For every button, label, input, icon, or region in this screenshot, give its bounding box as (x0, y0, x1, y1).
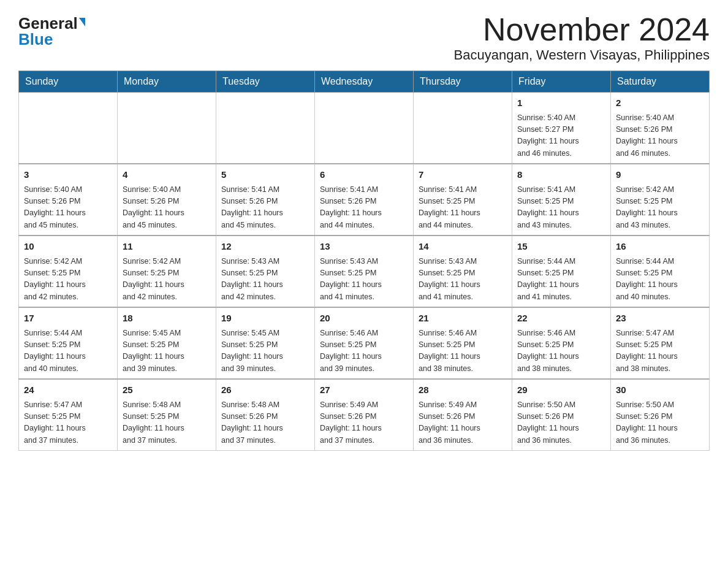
day-info: Sunrise: 5:46 AM Sunset: 5:25 PM Dayligh… (320, 327, 408, 375)
day-info: Sunrise: 5:41 AM Sunset: 5:26 PM Dayligh… (221, 184, 309, 232)
day-number: 5 (221, 168, 309, 182)
day-number: 19 (221, 312, 309, 326)
day-number: 23 (616, 312, 704, 326)
day-number: 17 (24, 312, 112, 326)
calendar-cell: 3Sunrise: 5:40 AM Sunset: 5:26 PM Daylig… (19, 164, 118, 236)
day-info: Sunrise: 5:46 AM Sunset: 5:25 PM Dayligh… (517, 327, 605, 375)
calendar-cell: 23Sunrise: 5:47 AM Sunset: 5:25 PM Dayli… (611, 307, 710, 379)
calendar-cell: 10Sunrise: 5:42 AM Sunset: 5:25 PM Dayli… (19, 236, 118, 307)
day-number: 4 (123, 168, 211, 182)
logo-general-text: General (18, 15, 78, 31)
day-info: Sunrise: 5:45 AM Sunset: 5:25 PM Dayligh… (221, 327, 309, 375)
day-info: Sunrise: 5:48 AM Sunset: 5:25 PM Dayligh… (123, 399, 211, 447)
calendar-cell: 24Sunrise: 5:47 AM Sunset: 5:25 PM Dayli… (19, 379, 118, 451)
calendar-week-row: 17Sunrise: 5:44 AM Sunset: 5:25 PM Dayli… (19, 307, 710, 379)
day-header-sunday: Sunday (19, 71, 118, 93)
day-number: 15 (517, 240, 605, 254)
calendar-cell: 18Sunrise: 5:45 AM Sunset: 5:25 PM Dayli… (118, 307, 216, 379)
day-number: 11 (123, 240, 211, 254)
day-info: Sunrise: 5:43 AM Sunset: 5:25 PM Dayligh… (419, 256, 507, 304)
calendar-cell: 21Sunrise: 5:46 AM Sunset: 5:25 PM Dayli… (414, 307, 512, 379)
calendar-cell: 2Sunrise: 5:40 AM Sunset: 5:26 PM Daylig… (611, 93, 710, 164)
day-info: Sunrise: 5:49 AM Sunset: 5:26 PM Dayligh… (320, 399, 408, 447)
day-info: Sunrise: 5:49 AM Sunset: 5:26 PM Dayligh… (419, 399, 507, 447)
calendar-week-row: 24Sunrise: 5:47 AM Sunset: 5:25 PM Dayli… (19, 379, 710, 451)
day-number: 6 (320, 168, 408, 182)
calendar-cell: 4Sunrise: 5:40 AM Sunset: 5:26 PM Daylig… (118, 164, 216, 236)
day-number: 25 (123, 383, 211, 397)
calendar-cell: 1Sunrise: 5:40 AM Sunset: 5:27 PM Daylig… (512, 93, 611, 164)
month-title: November 2024 (454, 12, 710, 47)
calendar-cell: 5Sunrise: 5:41 AM Sunset: 5:26 PM Daylig… (216, 164, 315, 236)
calendar-cell: 20Sunrise: 5:46 AM Sunset: 5:25 PM Dayli… (315, 307, 414, 379)
day-number: 28 (419, 383, 507, 397)
title-block: November 2024 Bacuyangan, Western Visaya… (454, 12, 710, 63)
day-info: Sunrise: 5:40 AM Sunset: 5:26 PM Dayligh… (24, 184, 112, 232)
logo-blue-text: Blue (18, 31, 53, 47)
location-title: Bacuyangan, Western Visayas, Philippines (454, 47, 710, 63)
day-number: 26 (221, 383, 309, 397)
day-info: Sunrise: 5:47 AM Sunset: 5:25 PM Dayligh… (24, 399, 112, 447)
calendar-header-row: SundayMondayTuesdayWednesdayThursdayFrid… (19, 71, 710, 93)
calendar-cell: 25Sunrise: 5:48 AM Sunset: 5:25 PM Dayli… (118, 379, 216, 451)
day-number: 8 (517, 168, 605, 182)
day-header-tuesday: Tuesday (216, 71, 315, 93)
day-number: 13 (320, 240, 408, 254)
calendar-cell: 15Sunrise: 5:44 AM Sunset: 5:25 PM Dayli… (512, 236, 611, 307)
day-header-monday: Monday (118, 71, 216, 93)
day-number: 30 (616, 383, 704, 397)
day-info: Sunrise: 5:44 AM Sunset: 5:25 PM Dayligh… (24, 327, 112, 375)
day-info: Sunrise: 5:50 AM Sunset: 5:26 PM Dayligh… (517, 399, 605, 447)
day-number: 29 (517, 383, 605, 397)
day-info: Sunrise: 5:45 AM Sunset: 5:25 PM Dayligh… (123, 327, 211, 375)
day-info: Sunrise: 5:46 AM Sunset: 5:25 PM Dayligh… (419, 327, 507, 375)
day-header-friday: Friday (512, 71, 611, 93)
day-info: Sunrise: 5:43 AM Sunset: 5:25 PM Dayligh… (320, 256, 408, 304)
day-number: 2 (616, 96, 704, 110)
day-info: Sunrise: 5:41 AM Sunset: 5:25 PM Dayligh… (517, 184, 605, 232)
calendar-cell: 22Sunrise: 5:46 AM Sunset: 5:25 PM Dayli… (512, 307, 611, 379)
day-info: Sunrise: 5:50 AM Sunset: 5:26 PM Dayligh… (616, 399, 704, 447)
day-info: Sunrise: 5:41 AM Sunset: 5:25 PM Dayligh… (419, 184, 507, 232)
day-number: 18 (123, 312, 211, 326)
day-info: Sunrise: 5:40 AM Sunset: 5:27 PM Dayligh… (517, 112, 605, 160)
day-number: 12 (221, 240, 309, 254)
calendar-table: SundayMondayTuesdayWednesdayThursdayFrid… (18, 71, 710, 451)
day-info: Sunrise: 5:47 AM Sunset: 5:25 PM Dayligh… (616, 327, 704, 375)
calendar-cell: 30Sunrise: 5:50 AM Sunset: 5:26 PM Dayli… (611, 379, 710, 451)
day-info: Sunrise: 5:40 AM Sunset: 5:26 PM Dayligh… (616, 112, 704, 160)
calendar-cell: 6Sunrise: 5:41 AM Sunset: 5:26 PM Daylig… (315, 164, 414, 236)
calendar-cell (118, 93, 216, 164)
calendar-cell: 7Sunrise: 5:41 AM Sunset: 5:25 PM Daylig… (414, 164, 512, 236)
day-info: Sunrise: 5:48 AM Sunset: 5:26 PM Dayligh… (221, 399, 309, 447)
calendar-cell: 26Sunrise: 5:48 AM Sunset: 5:26 PM Dayli… (216, 379, 315, 451)
calendar-cell: 19Sunrise: 5:45 AM Sunset: 5:25 PM Dayli… (216, 307, 315, 379)
day-number: 20 (320, 312, 408, 326)
day-number: 3 (24, 168, 112, 182)
calendar-week-row: 1Sunrise: 5:40 AM Sunset: 5:27 PM Daylig… (19, 93, 710, 164)
day-number: 24 (24, 383, 112, 397)
calendar-cell (216, 93, 315, 164)
day-info: Sunrise: 5:42 AM Sunset: 5:25 PM Dayligh… (24, 256, 112, 304)
logo: General Blue (18, 12, 85, 47)
logo-arrow-icon (79, 18, 85, 26)
calendar-week-row: 3Sunrise: 5:40 AM Sunset: 5:26 PM Daylig… (19, 164, 710, 236)
day-number: 16 (616, 240, 704, 254)
day-number: 14 (419, 240, 507, 254)
calendar-cell: 9Sunrise: 5:42 AM Sunset: 5:25 PM Daylig… (611, 164, 710, 236)
day-number: 22 (517, 312, 605, 326)
calendar-cell: 12Sunrise: 5:43 AM Sunset: 5:25 PM Dayli… (216, 236, 315, 307)
day-number: 7 (419, 168, 507, 182)
calendar-cell (315, 93, 414, 164)
day-info: Sunrise: 5:44 AM Sunset: 5:25 PM Dayligh… (616, 256, 704, 304)
day-info: Sunrise: 5:42 AM Sunset: 5:25 PM Dayligh… (123, 256, 211, 304)
day-number: 1 (517, 96, 605, 110)
calendar-cell: 16Sunrise: 5:44 AM Sunset: 5:25 PM Dayli… (611, 236, 710, 307)
day-number: 9 (616, 168, 704, 182)
day-number: 10 (24, 240, 112, 254)
calendar-cell: 28Sunrise: 5:49 AM Sunset: 5:26 PM Dayli… (414, 379, 512, 451)
page-header: General Blue November 2024 Bacuyangan, W… (18, 12, 710, 63)
calendar-cell: 14Sunrise: 5:43 AM Sunset: 5:25 PM Dayli… (414, 236, 512, 307)
calendar-cell: 11Sunrise: 5:42 AM Sunset: 5:25 PM Dayli… (118, 236, 216, 307)
day-info: Sunrise: 5:44 AM Sunset: 5:25 PM Dayligh… (517, 256, 605, 304)
